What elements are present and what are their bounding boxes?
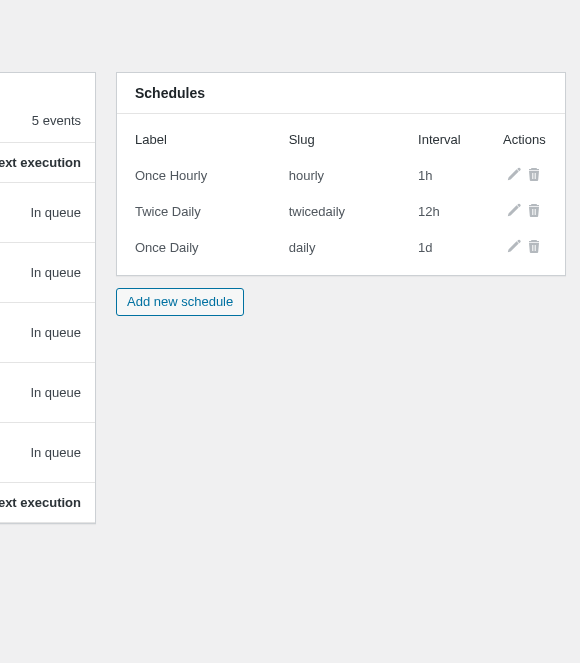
th-interval: Interval	[400, 114, 485, 157]
panel-title: Schedules	[117, 73, 565, 114]
event-row: In queue	[0, 243, 95, 303]
trash-icon[interactable]	[525, 201, 543, 219]
schedules-table: Label Slug Interval Actions Once Hourlyh…	[117, 114, 565, 275]
edit-icon[interactable]	[505, 165, 523, 183]
cell-interval: 1d	[400, 229, 485, 275]
th-slug: Slug	[271, 114, 400, 157]
add-schedule-button[interactable]: Add new schedule	[116, 288, 244, 316]
cell-label: Twice Daily	[117, 193, 271, 229]
cell-slug: daily	[271, 229, 400, 275]
th-label: Label	[117, 114, 271, 157]
cell-label: Once Hourly	[117, 157, 271, 193]
table-row: Once Dailydaily1d	[117, 229, 565, 275]
table-row: Once Hourlyhourly1h	[117, 157, 565, 193]
events-footer-header: Next execution	[0, 482, 95, 523]
cell-actions	[485, 193, 565, 229]
trash-icon[interactable]	[525, 165, 543, 183]
edit-icon[interactable]	[505, 201, 523, 219]
cell-slug: twicedaily	[271, 193, 400, 229]
table-row: Twice Dailytwicedaily12h	[117, 193, 565, 229]
event-row: In queue	[0, 183, 95, 243]
events-column-header: Next execution	[0, 142, 95, 183]
cell-actions	[485, 229, 565, 275]
event-row: In queue	[0, 303, 95, 363]
th-actions: Actions	[485, 114, 565, 157]
cell-interval: 12h	[400, 193, 485, 229]
event-row: In queue	[0, 423, 95, 482]
cell-label: Once Daily	[117, 229, 271, 275]
cell-interval: 1h	[400, 157, 485, 193]
events-panel: 5 events Next execution In queueIn queue…	[0, 72, 96, 524]
event-row: In queue	[0, 363, 95, 423]
trash-icon[interactable]	[525, 237, 543, 255]
edit-icon[interactable]	[505, 237, 523, 255]
events-count: 5 events	[0, 113, 95, 142]
schedules-panel: Schedules Label Slug Interval Actions On…	[116, 72, 566, 276]
cell-actions	[485, 157, 565, 193]
cell-slug: hourly	[271, 157, 400, 193]
